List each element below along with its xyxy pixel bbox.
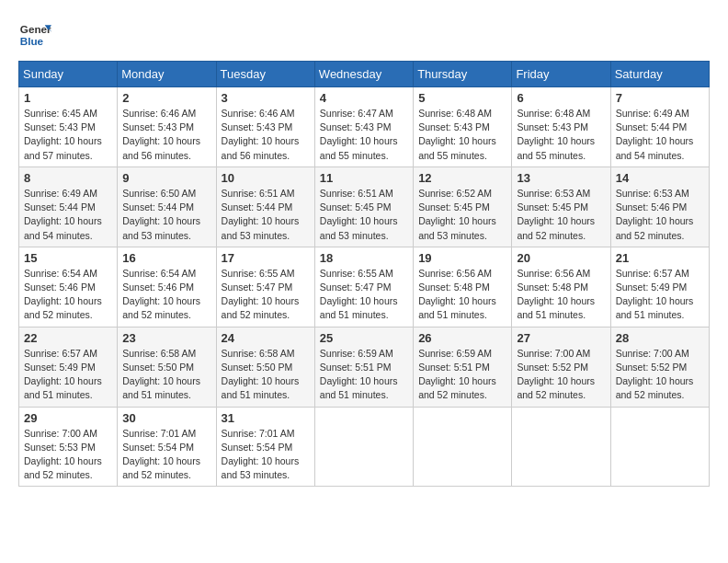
day-number: 21	[616, 251, 704, 265]
calendar-cell: 5 Sunrise: 6:48 AMSunset: 5:43 PMDayligh…	[414, 87, 512, 167]
day-info: Sunrise: 6:59 AMSunset: 5:51 PMDaylight:…	[320, 348, 398, 401]
day-number: 22	[24, 331, 112, 345]
calendar-cell: 20 Sunrise: 6:56 AMSunset: 5:48 PMDaylig…	[512, 247, 610, 327]
calendar-cell: 30 Sunrise: 7:01 AMSunset: 5:54 PMDaylig…	[118, 407, 216, 487]
day-info: Sunrise: 6:54 AMSunset: 5:46 PMDaylight:…	[122, 268, 200, 321]
calendar-cell: 8 Sunrise: 6:49 AMSunset: 5:44 PMDayligh…	[19, 167, 118, 247]
calendar-cell: 19 Sunrise: 6:56 AMSunset: 5:48 PMDaylig…	[414, 247, 512, 327]
day-number: 24	[222, 331, 310, 345]
calendar-cell: 15 Sunrise: 6:54 AMSunset: 5:46 PMDaylig…	[19, 247, 118, 327]
day-info: Sunrise: 7:00 AMSunset: 5:52 PMDaylight:…	[616, 348, 694, 401]
day-number: 23	[122, 331, 210, 345]
day-number: 29	[24, 411, 112, 425]
calendar-cell: 1 Sunrise: 6:45 AMSunset: 5:43 PMDayligh…	[19, 87, 118, 167]
day-info: Sunrise: 6:54 AMSunset: 5:46 PMDaylight:…	[24, 268, 102, 321]
calendar-cell	[610, 407, 709, 487]
day-info: Sunrise: 6:59 AMSunset: 5:51 PMDaylight:…	[418, 348, 496, 401]
day-info: Sunrise: 7:01 AMSunset: 5:54 PMDaylight:…	[222, 428, 300, 481]
svg-text:Blue: Blue	[20, 35, 44, 47]
day-info: Sunrise: 7:00 AMSunset: 5:53 PMDaylight:…	[24, 428, 102, 481]
day-number: 26	[418, 331, 506, 345]
day-number: 15	[24, 251, 112, 265]
day-info: Sunrise: 6:52 AMSunset: 5:45 PMDaylight:…	[418, 188, 496, 241]
calendar-cell: 26 Sunrise: 6:59 AMSunset: 5:51 PMDaylig…	[414, 327, 512, 407]
header-sunday: Sunday	[19, 62, 118, 87]
calendar-cell: 3 Sunrise: 6:46 AMSunset: 5:43 PMDayligh…	[216, 87, 314, 167]
day-number: 9	[122, 171, 210, 185]
calendar-cell: 6 Sunrise: 6:48 AMSunset: 5:43 PMDayligh…	[512, 87, 610, 167]
day-info: Sunrise: 6:56 AMSunset: 5:48 PMDaylight:…	[418, 268, 496, 321]
day-number: 30	[122, 411, 210, 425]
day-info: Sunrise: 6:57 AMSunset: 5:49 PMDaylight:…	[24, 348, 102, 401]
calendar-cell: 10 Sunrise: 6:51 AMSunset: 5:44 PMDaylig…	[216, 167, 314, 247]
day-info: Sunrise: 6:56 AMSunset: 5:48 PMDaylight:…	[517, 268, 595, 321]
calendar-cell: 22 Sunrise: 6:57 AMSunset: 5:49 PMDaylig…	[19, 327, 118, 407]
day-number: 12	[418, 171, 506, 185]
day-number: 18	[320, 251, 408, 265]
day-number: 17	[222, 251, 310, 265]
day-number: 8	[24, 171, 112, 185]
day-info: Sunrise: 6:47 AMSunset: 5:43 PMDaylight:…	[320, 108, 398, 161]
day-info: Sunrise: 6:49 AMSunset: 5:44 PMDaylight:…	[616, 108, 694, 161]
logo: General Blue	[18, 18, 55, 52]
day-info: Sunrise: 6:58 AMSunset: 5:50 PMDaylight:…	[122, 348, 200, 401]
day-number: 4	[320, 91, 408, 105]
calendar-header-row: SundayMondayTuesdayWednesdayThursdayFrid…	[19, 62, 710, 87]
calendar-cell	[314, 407, 413, 487]
calendar-cell: 16 Sunrise: 6:54 AMSunset: 5:46 PMDaylig…	[118, 247, 216, 327]
day-info: Sunrise: 6:50 AMSunset: 5:44 PMDaylight:…	[122, 188, 200, 241]
calendar-cell: 29 Sunrise: 7:00 AMSunset: 5:53 PMDaylig…	[19, 407, 118, 487]
header-thursday: Thursday	[414, 62, 512, 87]
calendar-table: SundayMondayTuesdayWednesdayThursdayFrid…	[18, 61, 710, 487]
day-number: 5	[418, 91, 506, 105]
svg-text:General: General	[20, 23, 51, 35]
calendar-cell: 12 Sunrise: 6:52 AMSunset: 5:45 PMDaylig…	[414, 167, 512, 247]
day-number: 25	[320, 331, 408, 345]
calendar-cell: 21 Sunrise: 6:57 AMSunset: 5:49 PMDaylig…	[610, 247, 709, 327]
calendar-cell: 25 Sunrise: 6:59 AMSunset: 5:51 PMDaylig…	[314, 327, 413, 407]
day-info: Sunrise: 6:51 AMSunset: 5:45 PMDaylight:…	[320, 188, 398, 241]
day-info: Sunrise: 6:51 AMSunset: 5:44 PMDaylight:…	[222, 188, 300, 241]
day-info: Sunrise: 7:01 AMSunset: 5:54 PMDaylight:…	[122, 428, 200, 481]
day-info: Sunrise: 7:00 AMSunset: 5:52 PMDaylight:…	[517, 348, 595, 401]
header-monday: Monday	[118, 62, 216, 87]
calendar-cell	[414, 407, 512, 487]
calendar-cell: 11 Sunrise: 6:51 AMSunset: 5:45 PMDaylig…	[314, 167, 413, 247]
logo-icon: General Blue	[18, 18, 51, 52]
day-number: 19	[418, 251, 506, 265]
week-row-4: 22 Sunrise: 6:57 AMSunset: 5:49 PMDaylig…	[19, 327, 710, 407]
calendar-cell: 31 Sunrise: 7:01 AMSunset: 5:54 PMDaylig…	[216, 407, 314, 487]
week-row-1: 1 Sunrise: 6:45 AMSunset: 5:43 PMDayligh…	[19, 87, 710, 167]
header-saturday: Saturday	[610, 62, 709, 87]
calendar-cell: 14 Sunrise: 6:53 AMSunset: 5:46 PMDaylig…	[610, 167, 709, 247]
day-info: Sunrise: 6:48 AMSunset: 5:43 PMDaylight:…	[418, 108, 496, 161]
day-number: 10	[222, 171, 310, 185]
calendar-cell: 23 Sunrise: 6:58 AMSunset: 5:50 PMDaylig…	[118, 327, 216, 407]
calendar-cell: 4 Sunrise: 6:47 AMSunset: 5:43 PMDayligh…	[314, 87, 413, 167]
day-info: Sunrise: 6:46 AMSunset: 5:43 PMDaylight:…	[122, 108, 200, 161]
day-info: Sunrise: 6:45 AMSunset: 5:43 PMDaylight:…	[24, 108, 102, 161]
calendar-cell: 9 Sunrise: 6:50 AMSunset: 5:44 PMDayligh…	[118, 167, 216, 247]
week-row-2: 8 Sunrise: 6:49 AMSunset: 5:44 PMDayligh…	[19, 167, 710, 247]
day-info: Sunrise: 6:57 AMSunset: 5:49 PMDaylight:…	[616, 268, 694, 321]
header-friday: Friday	[512, 62, 610, 87]
day-number: 16	[122, 251, 210, 265]
day-number: 6	[517, 91, 605, 105]
day-number: 7	[616, 91, 704, 105]
day-number: 1	[24, 91, 112, 105]
calendar-cell: 13 Sunrise: 6:53 AMSunset: 5:45 PMDaylig…	[512, 167, 610, 247]
calendar-cell: 24 Sunrise: 6:58 AMSunset: 5:50 PMDaylig…	[216, 327, 314, 407]
day-number: 13	[517, 171, 605, 185]
day-number: 27	[517, 331, 605, 345]
day-number: 2	[122, 91, 210, 105]
day-info: Sunrise: 6:55 AMSunset: 5:47 PMDaylight:…	[222, 268, 300, 321]
calendar-cell: 27 Sunrise: 7:00 AMSunset: 5:52 PMDaylig…	[512, 327, 610, 407]
day-number: 20	[517, 251, 605, 265]
calendar-cell: 18 Sunrise: 6:55 AMSunset: 5:47 PMDaylig…	[314, 247, 413, 327]
day-info: Sunrise: 6:53 AMSunset: 5:46 PMDaylight:…	[616, 188, 694, 241]
day-number: 31	[222, 411, 310, 425]
day-info: Sunrise: 6:55 AMSunset: 5:47 PMDaylight:…	[320, 268, 398, 321]
day-number: 3	[222, 91, 310, 105]
week-row-3: 15 Sunrise: 6:54 AMSunset: 5:46 PMDaylig…	[19, 247, 710, 327]
day-info: Sunrise: 6:53 AMSunset: 5:45 PMDaylight:…	[517, 188, 595, 241]
